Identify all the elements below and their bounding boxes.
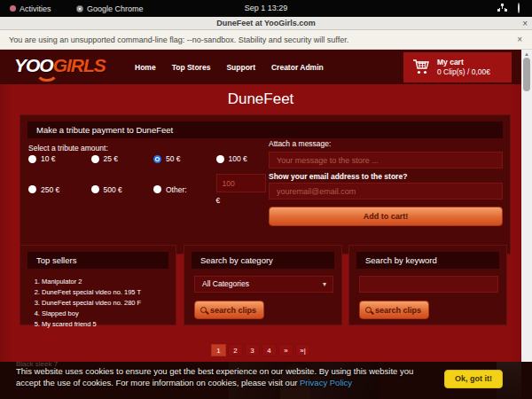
top-seller-item[interactable]: My scared friend 5 [42, 319, 141, 330]
keyword-input[interactable] [359, 276, 498, 293]
page-button-»[interactable]: » [278, 344, 293, 356]
search-clips-label: search clips [210, 306, 256, 315]
message-input[interactable] [269, 152, 503, 168]
search-clips-label: search clips [375, 306, 421, 315]
radio-icon[interactable] [91, 185, 99, 193]
amount-option[interactable]: Other: [153, 174, 216, 205]
category-select[interactable]: All Categories ▾ [194, 276, 333, 293]
search-category-header: Search by category [192, 252, 334, 269]
page-button-»|[interactable]: »| [295, 344, 310, 356]
amount-option-label: 10 € [41, 154, 56, 163]
top-seller-item[interactable]: Manipulator 2 [42, 277, 141, 287]
top-seller-item[interactable]: DuneFeet special video no. 280 F [42, 298, 141, 309]
amount-option[interactable]: 250 € [28, 174, 91, 205]
cart-icon [412, 59, 430, 75]
radio-icon[interactable] [28, 185, 36, 193]
cookie-footer: Black sleek 7 This website uses cookies … [0, 362, 532, 399]
nav-item-top-stores[interactable]: Top Stores [172, 63, 211, 72]
chevron-down-icon: ▾ [323, 277, 326, 292]
top-seller-item[interactable]: DuneFeet special video no. 195 T [42, 287, 141, 298]
search-category-panel: Search by category All Categories ▾ sear… [184, 245, 342, 325]
warning-bar: You are using an unsupported command-lin… [0, 30, 532, 50]
amount-option[interactable]: 10 € [28, 154, 91, 163]
pagination: 1234»»| [0, 344, 521, 356]
amount-option-label: Other: [166, 185, 187, 194]
top-seller-item[interactable]: Slapped boy [42, 309, 141, 319]
privacy-policy-link[interactable]: Privacy Policy [300, 378, 352, 387]
page-button-1[interactable]: 1 [211, 344, 226, 356]
top-sellers-header: Top sellers [27, 252, 168, 269]
page-button-2[interactable]: 2 [228, 344, 243, 356]
amount-option[interactable]: 50 € [153, 154, 216, 163]
amount-option-label: 50 € [166, 154, 181, 163]
radio-icon[interactable] [28, 155, 36, 163]
logo-smile-icon [35, 71, 59, 82]
add-to-cart-button[interactable]: Add to cart! [269, 207, 503, 226]
search-keyword-panel: Search by keyword search clips [348, 245, 507, 325]
window-title: DuneFeet at YooGirls.com [0, 17, 532, 30]
cart-summary: 0 Clip(s) / 0,00€ [437, 67, 490, 77]
warning-text: You are using an unsupported command-lin… [9, 30, 348, 50]
page-content: DuneFeet Make a tribute payment to DuneF… [0, 84, 521, 399]
amount-option[interactable]: 25 € [91, 154, 154, 163]
amount-option-label: 500 € [104, 185, 122, 194]
nav-item-creator-admin[interactable]: Creator Admin [271, 63, 324, 72]
amount-option-label: 25 € [104, 154, 119, 163]
message-label: Attach a message: [269, 139, 331, 148]
main-nav: HomeTop StoresSupportCreator Admin [135, 50, 324, 84]
page-button-4[interactable]: 4 [262, 344, 277, 356]
nav-item-support[interactable]: Support [226, 63, 255, 72]
scrollbar[interactable]: ▲ ▼ [521, 50, 532, 399]
page-title: DuneFeet [0, 90, 521, 108]
top-sellers-list: Manipulator 2DuneFeet special video no. … [42, 277, 141, 330]
tribute-panel: Make a tribute payment to DuneFeet Selec… [20, 114, 511, 254]
search-clips-category-button[interactable]: search clips [194, 301, 264, 319]
email-label: Show your email address to the store? [269, 172, 407, 181]
cart-button[interactable]: My cart 0 Clip(s) / 0,00€ [403, 52, 512, 82]
power-icon[interactable] [518, 3, 520, 13]
cookie-message: This website uses cookies to ensure you … [16, 366, 440, 389]
amount-option-label: 250 € [41, 185, 59, 194]
scrollbar-thumb[interactable] [523, 58, 530, 91]
system-top-bar: Activities Google Chrome Sep 1 13:29 [0, 0, 532, 17]
category-selected-value: All Categories [202, 279, 249, 288]
search-clips-keyword-button[interactable]: search clips [359, 301, 429, 319]
top-sellers-panel: Top sellers Manipulator 2DuneFeet specia… [20, 245, 176, 325]
amount-option-label: 100 € [229, 154, 247, 163]
amount-options: 10 €25 €50 €100 €250 €500 €Other: € [28, 154, 278, 205]
radio-icon[interactable] [153, 185, 161, 193]
amount-label: Select a tribute amount: [28, 144, 108, 153]
tribute-panel-header: Make a tribute payment to DuneFeet [27, 121, 503, 138]
other-amount-input[interactable] [216, 174, 266, 192]
cookie-accept-button[interactable]: Ok, got it! [444, 370, 503, 388]
nav-item-home[interactable]: Home [135, 63, 156, 72]
window-title-bar: DuneFeet at YooGirls.com × [0, 17, 532, 30]
page-button-3[interactable]: 3 [245, 344, 260, 356]
scroll-up-icon[interactable]: ▲ [521, 51, 532, 58]
search-keyword-header: Search by keyword [356, 252, 499, 269]
warning-close-icon[interactable]: × [517, 30, 522, 50]
radio-icon[interactable] [216, 155, 224, 163]
site-header: YOOGIRLS HomeTop StoresSupportCreator Ad… [0, 50, 521, 84]
logo-text-girls: GIRLS [53, 55, 106, 75]
site-logo[interactable]: YOOGIRLS [14, 55, 106, 76]
cookie-message-text: This website uses cookies to ensure you … [16, 366, 413, 387]
amount-option[interactable]: 500 € [91, 174, 154, 205]
window-close-icon[interactable]: × [522, 17, 528, 30]
cart-title: My cart [437, 58, 464, 66]
clock[interactable]: Sep 1 13:29 [0, 0, 532, 17]
email-input[interactable] [269, 183, 503, 200]
radio-icon[interactable] [153, 155, 161, 163]
search-icon [200, 307, 207, 313]
radio-icon[interactable] [91, 155, 99, 163]
search-icon [365, 307, 372, 313]
